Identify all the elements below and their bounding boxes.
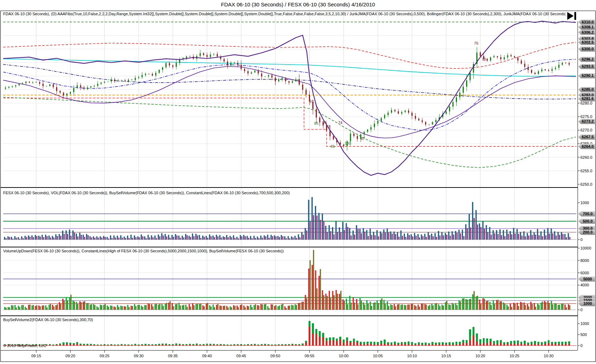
y-axis-tick-label: 6000	[580, 270, 596, 275]
price-axis-tag: 700.0	[578, 211, 595, 217]
bar-annotation: 100	[344, 141, 351, 145]
y-axis-tick-label: 6275.0	[580, 114, 596, 119]
price-axis-tag: 6302.5	[578, 40, 595, 45]
volumeupdown-fesx-bars	[3, 250, 576, 310]
y-axis-tick-label: 4000	[580, 282, 596, 287]
bar-annotation: 73	[326, 124, 330, 129]
time-axis-label: 09:55	[299, 354, 320, 358]
bollinger-middle	[3, 59, 576, 77]
time-axis-label: 10:10	[401, 354, 423, 358]
time-axis-label: 09:20	[60, 354, 81, 358]
y-axis-tick-label: 6270.0	[580, 128, 596, 133]
go-to-last-bar-icon[interactable]	[566, 11, 578, 21]
time-axis-label: 10:15	[436, 354, 457, 358]
y-axis-tick-label: 6250.0	[580, 182, 596, 187]
bar-annotation: 91	[309, 99, 314, 103]
chart-canvas[interactable]	[0, 0, 596, 364]
bar-annotation: 84	[322, 120, 327, 124]
price-axis-tag: 6273.2	[578, 119, 595, 124]
y-axis-tick-label: 1000	[580, 200, 596, 205]
time-axis-label: 09:30	[128, 354, 149, 358]
volume-fdax-bars	[3, 197, 576, 240]
axis-tick-marks	[36, 103, 580, 353]
price-axis-tag: 6281.6	[578, 96, 595, 101]
bar-annotation: 85	[314, 121, 319, 125]
trading-chart-window: FDAX 06-10 (30 Seconds) / FESX 06-10 (30…	[0, 0, 596, 364]
price-axis-tag: 6306.2	[578, 30, 595, 35]
volume-panel-indicator-label: FESX 06-10 (30 Seconds), VOL(FDAX 06-10 …	[3, 191, 574, 195]
time-axis-label: 10:25	[504, 354, 525, 358]
buysellvolume2-bars	[3, 321, 576, 346]
gridlines	[3, 11, 576, 350]
price-axis-tag: 200.0	[578, 230, 595, 235]
y-axis-tick-label: 0	[580, 307, 596, 312]
price-axis-tag: 5000	[578, 276, 595, 282]
y-axis-tick-label: 6260.0	[580, 155, 596, 160]
y-axis-tick-label: 500	[580, 332, 596, 337]
time-axis-label: 09:40	[197, 354, 218, 358]
time-axis-label: 09:15	[26, 354, 47, 358]
buysellvolume2-panel-indicator-label: BuySellVolume2(FDAX 06-10 (30 Seconds),3…	[3, 318, 574, 322]
price-panel-indicator-label: FDAX 06-10 (30 Seconds), (D) AAAFibs(Tru…	[3, 12, 591, 16]
jurik-jma-medium	[3, 66, 576, 138]
y-axis-tick-label: 0	[580, 237, 596, 242]
time-axis-label: 09:25	[94, 354, 115, 358]
indicator-lines	[3, 42, 576, 168]
price-axis-tag: 1000	[578, 301, 595, 306]
price-axis-tag: 6300.0	[578, 46, 595, 52]
price-axis-tag: 6285.0	[578, 87, 595, 92]
jurik-jma-slow	[3, 65, 576, 99]
time-axis-label: 10:05	[367, 354, 388, 358]
time-axis-label: 09:35	[162, 354, 183, 358]
price-axis-tag: 6293.5	[578, 64, 595, 69]
time-axis-label: 09:45	[231, 354, 252, 358]
bar-annotation: 97	[361, 136, 365, 141]
y-axis-tick-label: 8000	[580, 258, 596, 263]
time-axis-label: 10:20	[470, 354, 491, 358]
volumeupdown-panel-indicator-label: VolumeUpDown(FESX 06-10 (30 Seconds)), C…	[3, 249, 574, 253]
time-axis-label: 10:00	[333, 354, 354, 358]
y-axis-tick-label: 0	[580, 343, 596, 348]
bar-annotation: 74	[338, 121, 342, 125]
price-axis-tag: 6310.0	[578, 19, 595, 25]
bar-annotation: 78	[481, 57, 486, 61]
y-axis-tick-label: 10000	[580, 246, 596, 251]
y-axis-tick-label: 6255.0	[580, 168, 596, 173]
price-axis-tag: 500.0	[578, 219, 595, 224]
copyright-watermark: © 2010 NinjaTrader, LLC	[3, 343, 46, 348]
price-axis-tag: 6308.1	[578, 24, 595, 30]
price-axis-tag: 6264.0	[578, 144, 595, 149]
price-axis-tag: 6296.2	[578, 57, 595, 62]
time-axis-label: 10:30	[538, 354, 559, 358]
bollinger-lower	[3, 97, 576, 168]
time-axis-label: 09:50	[265, 354, 286, 358]
bar-annotation: 95	[331, 144, 335, 149]
price-axis-tag: 6290.1	[578, 73, 595, 78]
y-axis-tick-label: 1000	[580, 321, 596, 326]
bar-annotation: 76	[474, 41, 478, 45]
price-axis-tag: 6267.5	[578, 134, 595, 140]
